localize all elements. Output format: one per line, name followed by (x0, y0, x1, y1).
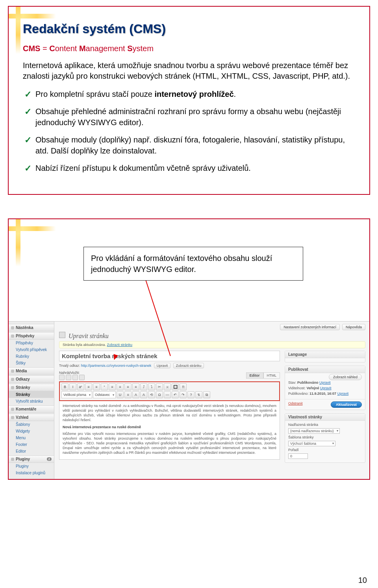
update-button[interactable]: Aktualizovat (331, 401, 362, 408)
permalink-value: http://partnersis.cz/vytvoreni-ruskych-s… (81, 364, 152, 368)
delete-link[interactable]: Odstranit (288, 401, 303, 408)
sidebar-sub-stitky[interactable]: Štítky (9, 360, 54, 366)
add-media-icon[interactable] (79, 375, 85, 380)
ul-icon[interactable]: ≡ (85, 383, 92, 390)
sidebar-sub-rubriky[interactable]: Rubriky (9, 353, 54, 360)
justify-icon[interactable]: ≡ (124, 391, 132, 398)
page-number: 10 (358, 576, 367, 585)
sidebar-sub-sablony[interactable]: Šablony (9, 421, 54, 428)
editor-column: Trvalý odkaz: http://partnersis.cz/vytvo… (59, 351, 280, 466)
order-input[interactable]: 0 (288, 453, 308, 459)
help-icon[interactable]: ? (187, 391, 195, 398)
tab-visual-editor[interactable]: Editor (246, 372, 263, 379)
edit-page-icon (59, 332, 65, 338)
panel-attributes: Vlastnosti stránky Nadřazená stránka (ne… (285, 413, 365, 463)
permalink-edit-button[interactable]: Upravit (154, 363, 171, 368)
wysiwyg-toolbar: B I aᵉ ≡ ≡ “ ≡ ≡ ≡ ≡ ⤴ ⤵ (59, 381, 280, 401)
underline-icon[interactable]: U (117, 391, 124, 398)
sidebar-sub-prispevky[interactable]: Příspěvky (9, 340, 54, 346)
attr-parent-label: Nadřazená stránka (288, 423, 362, 427)
paste-icon[interactable]: ⟲ (148, 391, 155, 398)
editor-paragraph: Internetové stránky na ruské doméně .ru … (63, 403, 276, 423)
textcolor-icon[interactable]: A (132, 391, 139, 398)
align-right-icon[interactable]: ≡ (124, 383, 132, 390)
add-video-icon[interactable] (66, 375, 71, 380)
bullet-item: Nabízí řízení přístupu k dokumentům včet… (23, 163, 355, 174)
decor-bar-v (16, 7, 20, 54)
preview-button[interactable]: Zobrazit náhled (329, 374, 362, 380)
sidebar-sub-menu[interactable]: Menu (9, 435, 54, 441)
sidebar-item-odkazy[interactable]: Odkazy (9, 375, 54, 383)
parent-select[interactable]: (nemá nadřazenou stránku) (288, 428, 340, 434)
appearance-icon (11, 416, 14, 419)
bullet-item: Obsahuje moduly (doplňky) např. diskuzní… (23, 134, 355, 156)
link-icon[interactable]: ⤴ (140, 383, 147, 390)
align-left-icon[interactable]: ≡ (109, 383, 116, 390)
sidebar-sub-stranky[interactable]: Stránky (9, 391, 54, 398)
edit-status-link[interactable]: Upravit (319, 381, 331, 385)
attr-order-label: Pořadí (288, 448, 362, 452)
slide-2: Pro vkládání a formátování textového obs… (8, 218, 370, 480)
panel-header: Publikovat (285, 366, 365, 373)
cms-acronym-line: CMS = Content Management System (23, 44, 355, 53)
view-page-link[interactable]: Zobrazit stránku (107, 343, 133, 347)
panel-publish: Publikovat Zobrazit náhled Stav: Publiko… (285, 366, 365, 410)
tab-html[interactable]: HTML (263, 372, 280, 379)
sidebar-item-vzhled[interactable]: Vzhled (9, 414, 54, 421)
table-icon[interactable]: ⧉ (203, 391, 210, 398)
align-center-icon[interactable]: ≡ (117, 383, 124, 390)
sidebar-sub-vytvorit-prispevek[interactable]: Vytvořit příspěvek (9, 346, 54, 353)
page-icon (11, 386, 14, 389)
strike-icon[interactable]: aᵉ (77, 383, 84, 390)
permalink-view-button[interactable]: Zobrazit stránku (173, 363, 204, 368)
sidebar-sub-instalace[interactable]: Instalace pluginů (9, 470, 54, 476)
edit-visibility-link[interactable]: Upravit (320, 386, 332, 390)
sidebar-sub-footer[interactable]: Footer (9, 441, 54, 448)
sidebar-item-nastenka[interactable]: Nástěnka (9, 324, 54, 331)
align-justify-icon[interactable]: ≡ (132, 383, 139, 390)
add-audio-icon[interactable] (72, 375, 78, 380)
redo-icon[interactable]: ↷ (180, 391, 187, 398)
panel-language: Language (285, 351, 365, 362)
sidebar-item-stranky[interactable]: Stránky (9, 384, 54, 391)
bold-icon[interactable]: B (61, 383, 69, 390)
unlink-icon[interactable]: ⤵ (148, 383, 155, 390)
page-title: Upravit stránku (69, 333, 109, 340)
specialchar-icon[interactable]: Ω (156, 391, 163, 398)
template-select[interactable]: Výchozí šablona (288, 441, 335, 446)
intro-paragraph: Internetová aplikace, která umožňuje sna… (23, 60, 355, 81)
sidebar-item-pluginy[interactable]: Pluginy2 (9, 455, 54, 463)
screen-options-button[interactable]: Nastavení zobrazených informací (280, 324, 340, 330)
topbar: Nastavení zobrazených informací Nápověda (59, 324, 365, 330)
permalink-row: Trvalý odkaz: http://partnersis.cz/vytvo… (59, 363, 280, 368)
fullscreen-icon[interactable]: 🔲 (172, 383, 179, 390)
link-icon (11, 378, 14, 381)
add-image-icon[interactable] (59, 375, 65, 380)
spell-icon[interactable]: 𝚡 (164, 383, 171, 390)
bullet-item: Obsahuje přehledné administrační rozhran… (23, 106, 355, 128)
ol-icon[interactable]: ≡ (93, 383, 100, 390)
sidebar-sub-pluginy[interactable]: Pluginy (9, 463, 54, 470)
clear-icon[interactable]: ↯ (195, 391, 202, 398)
bgcolor-icon[interactable]: A (140, 391, 147, 398)
quote-icon[interactable]: “ (101, 383, 108, 390)
italic-icon[interactable]: I (69, 383, 76, 390)
undo-icon[interactable]: ↶ (172, 391, 179, 398)
paragraph-select[interactable]: Odstavec (93, 391, 116, 398)
edit-date-link[interactable]: Upravit (337, 392, 349, 396)
sidebar-item-komentare[interactable]: Komentáře (9, 405, 54, 413)
sidebar-sub-editor[interactable]: Editor (9, 448, 54, 455)
outdent-icon[interactable]: — (164, 391, 171, 398)
editor-content[interactable]: Internetové stránky na ruské doméně .ru … (59, 401, 280, 460)
kitchen-sink-icon[interactable]: ⎘ (180, 383, 187, 390)
font-size-select[interactable]: Velikost písma (61, 391, 92, 398)
sidebar-sub-vytvorit-stranku[interactable]: Vytvořit stránku (9, 398, 54, 405)
plugin-badge: 2 (47, 457, 52, 461)
sidebar-item-media[interactable]: Média (9, 367, 54, 375)
more-icon[interactable]: ✂ (156, 383, 163, 390)
slide-title: Redakční systém (CMS) (23, 22, 355, 36)
sidebar-item-prispevky[interactable]: Příspěvky (9, 332, 54, 340)
help-button[interactable]: Nápověda (342, 324, 365, 330)
sidebar-sub-widgety[interactable]: Widgety (9, 428, 54, 435)
insert-label: Nahrát/vložit: (59, 371, 80, 375)
